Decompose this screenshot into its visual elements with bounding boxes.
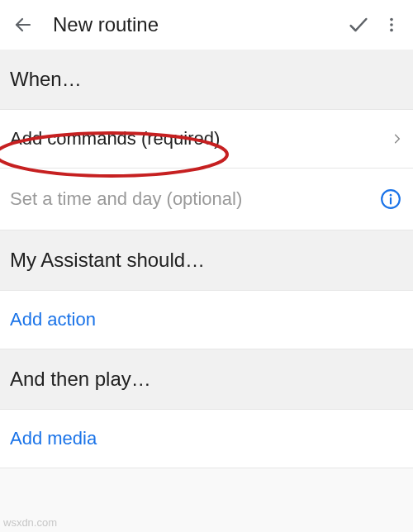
chevron-right-icon — [392, 130, 403, 148]
add-media-label: Add media — [10, 428, 403, 449]
confirm-button[interactable] — [340, 7, 377, 43]
svg-point-3 — [390, 29, 393, 32]
back-button[interactable] — [7, 8, 40, 41]
add-commands-row[interactable]: Add commands (required) — [0, 110, 413, 169]
add-media-row[interactable]: Add media — [0, 410, 413, 468]
app-toolbar: New routine — [0, 0, 413, 50]
more-vert-icon — [382, 16, 401, 34]
svg-point-1 — [390, 18, 393, 21]
overflow-menu-button[interactable] — [377, 7, 406, 43]
add-action-row[interactable]: Add action — [0, 291, 413, 349]
add-action-label: Add action — [10, 309, 403, 330]
svg-point-6 — [390, 194, 392, 197]
section-assistant: My Assistant should… — [0, 230, 413, 291]
set-time-row[interactable]: Set a time and day (optional) — [0, 169, 413, 230]
set-time-label: Set a time and day (optional) — [10, 188, 378, 210]
svg-point-2 — [390, 23, 393, 26]
info-icon[interactable] — [378, 187, 403, 211]
section-when: When… — [0, 50, 413, 110]
page-title: New routine — [53, 13, 340, 36]
back-arrow-icon — [13, 15, 33, 35]
watermark-text: wsxdn.com — [3, 516, 57, 529]
check-icon — [347, 13, 370, 36]
add-commands-label: Add commands (required) — [10, 128, 392, 150]
section-then: And then play… — [0, 349, 413, 410]
